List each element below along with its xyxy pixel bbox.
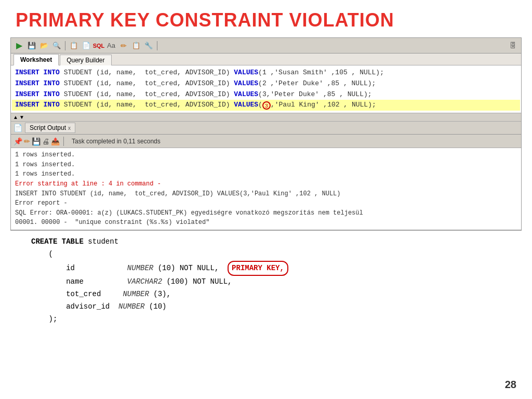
create-table-keyword: CREATE TABLE <box>31 237 84 246</box>
kw-insert-2: INSERT INTO <box>15 78 60 89</box>
wrench-icon[interactable]: 🔧 <box>143 40 154 51</box>
kw-insert-3: INSERT INTO <box>15 89 60 100</box>
tab-script-output[interactable]: Script Output x <box>25 123 75 133</box>
eraser-icon[interactable]: ✏ <box>24 137 30 145</box>
scroll-down-icon[interactable]: ▼ <box>19 114 24 120</box>
search-icon[interactable]: 🔍 <box>51 40 62 51</box>
id-column-line: id NUMBER (10) NOT NULL, PRIMARY KEY, <box>31 261 516 276</box>
main-toolbar: ▶ 💾 📂 🔍 📋 📄 SQL Aa ✏ 📋 🔧 🗄 <box>11 38 521 54</box>
tab-query-builder[interactable]: Query Builder <box>60 55 111 65</box>
copy-icon[interactable]: 📋 <box>68 40 79 51</box>
sql-line-3: INSERT INTO STUDENT (id, name, tot_cred,… <box>12 89 520 100</box>
export-icon[interactable]: 📤 <box>51 137 60 145</box>
output-doc-icon: 📄 <box>14 124 22 132</box>
output-line-3: 1 rows inserted. <box>15 169 517 179</box>
font-icon[interactable]: Aa <box>105 40 117 51</box>
name-type: VARCHAR2 <box>127 277 162 286</box>
open-icon[interactable]: 📂 <box>38 40 50 51</box>
db-icon[interactable]: 🗄 <box>507 40 518 51</box>
output-line-8: 00001. 00000 - "unique constraint (%s.%s… <box>15 218 517 228</box>
toolbar-sep <box>63 137 64 146</box>
advisor-id-column-line: advisor_id NUMBER (10) <box>31 301 516 313</box>
scroll-up-icon[interactable]: ▲ <box>13 114 18 120</box>
primary-key-circle: PRIMARY KEY, <box>228 261 288 276</box>
open-paren-line: ( <box>31 248 516 261</box>
close-output-tab[interactable]: x <box>68 125 71 131</box>
output-line-2: 1 rows inserted. <box>15 160 517 170</box>
page-number: 28 <box>505 379 516 391</box>
kw-values-1: VALUES <box>234 68 258 78</box>
output-line-1: 1 rows inserted. <box>15 150 517 160</box>
kw-values-4: VALUES <box>234 100 258 111</box>
tot-cred-type: NUMBER <box>123 290 149 298</box>
kw-values-3: VALUES <box>234 89 258 100</box>
sql-icon[interactable]: SQL <box>93 40 104 51</box>
name-column-line: name VARCHAR2 (100) NOT NULL, <box>31 276 516 288</box>
sql-line-4: INSERT INTO STUDENT (id, name, tot_cred,… <box>12 100 520 111</box>
run-icon[interactable]: ▶ <box>14 40 25 51</box>
output-line-7: SQL Error: ORA-00001: a(z) (LUKACS.STUDE… <box>15 208 517 218</box>
sql-editor[interactable]: INSERT INTO STUDENT (id, name, tot_cred,… <box>11 65 521 113</box>
paste-icon[interactable]: 📄 <box>81 40 92 51</box>
separator-1 <box>65 41 65 50</box>
task-completed-msg: Task completed in 0,11 seconds <box>72 138 161 145</box>
save-icon[interactable]: 💾 <box>26 40 37 51</box>
output-toolbar: 📌 ✏ 💾 🖨 📤 Task completed in 0,11 seconds <box>11 135 521 148</box>
editor-tabs: Worksheet Query Builder <box>11 54 521 65</box>
close-paren-line: ); <box>31 313 516 326</box>
output-line-5: INSERT INTO STUDENT (id, name, tot_cred,… <box>15 189 517 199</box>
tab-worksheet[interactable]: Worksheet <box>14 54 59 65</box>
kw-insert-4: INSERT INTO <box>15 100 60 111</box>
output-tab-bar: 📄 Script Output x <box>11 122 521 135</box>
sql-line-1: INSERT INTO STUDENT (id, name, tot_cred,… <box>12 68 520 78</box>
create-table-section: CREATE TABLE student ( id NUMBER (10) NO… <box>0 231 532 331</box>
clipboard-icon[interactable]: 📋 <box>130 40 142 51</box>
sql-line-2: INSERT INTO STUDENT (id, name, tot_cred,… <box>12 78 520 89</box>
save-output-icon[interactable]: 💾 <box>32 137 41 145</box>
output-line-6: Error report - <box>15 198 517 208</box>
sql-developer-window: ▶ 💾 📂 🔍 📋 📄 SQL Aa ✏ 📋 🔧 🗄 Worksheet Que… <box>10 37 522 231</box>
print-icon[interactable]: 🖨 <box>42 137 49 145</box>
output-panel: 📄 Script Output x 📌 ✏ 💾 🖨 📤 Task complet… <box>11 122 521 230</box>
pin-icon[interactable]: 📌 <box>14 137 22 145</box>
circle-3-annotation: 3 <box>262 101 271 110</box>
advisor-id-type: NUMBER <box>118 302 144 311</box>
edit-icon[interactable]: ✏ <box>118 40 129 51</box>
id-type: NUMBER <box>127 264 153 272</box>
scroll-bar[interactable]: ▲ ▼ <box>11 113 521 122</box>
kw-insert-1: INSERT INTO <box>15 68 60 78</box>
script-output-label: Script Output <box>30 124 66 131</box>
separator-2 <box>157 41 157 50</box>
tot-cred-column-line: tot_cred NUMBER (3), <box>31 288 516 301</box>
page-title: PRIMARY KEY CONSTRAINT VIOLATION <box>0 0 532 37</box>
output-line-4: Error starting at line : 4 in command - <box>15 179 517 189</box>
output-content: 1 rows inserted. 1 rows inserted. 1 rows… <box>11 148 521 230</box>
kw-values-2: VALUES <box>234 78 258 89</box>
create-table-line: CREATE TABLE student <box>31 236 516 248</box>
